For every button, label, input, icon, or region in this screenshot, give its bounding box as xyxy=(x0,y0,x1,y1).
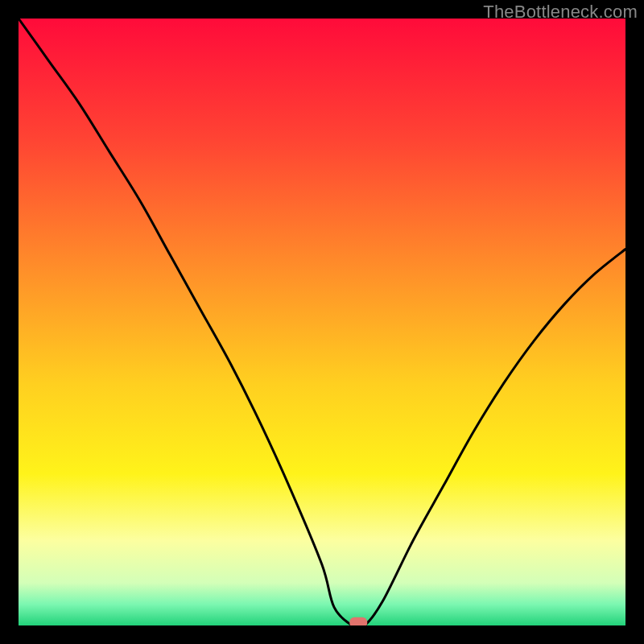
watermark-text: TheBottleneck.com xyxy=(483,2,638,23)
chart-frame: TheBottleneck.com xyxy=(0,0,644,644)
bottleneck-chart xyxy=(19,19,625,625)
chart-background xyxy=(19,19,625,625)
optimum-marker xyxy=(349,617,367,625)
